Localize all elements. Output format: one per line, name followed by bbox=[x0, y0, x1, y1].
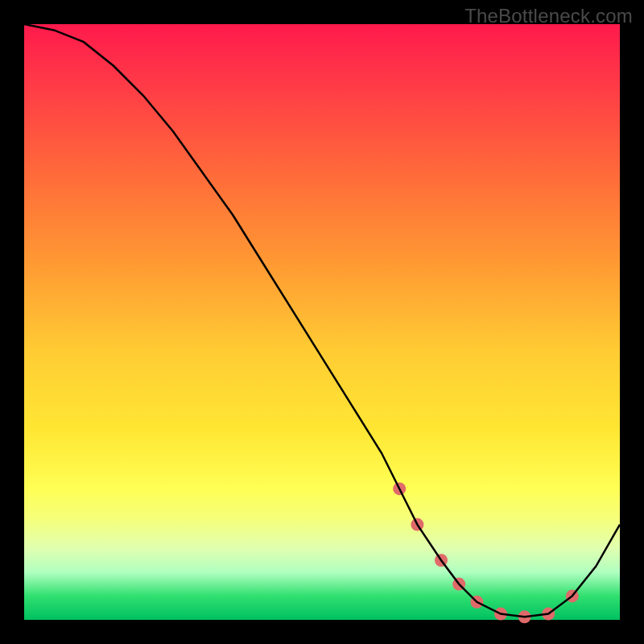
bottleneck-curve bbox=[24, 24, 620, 617]
chart-frame: TheBottleneck.com bbox=[0, 0, 644, 644]
curve-layer bbox=[24, 24, 620, 620]
plot-area bbox=[24, 24, 620, 620]
